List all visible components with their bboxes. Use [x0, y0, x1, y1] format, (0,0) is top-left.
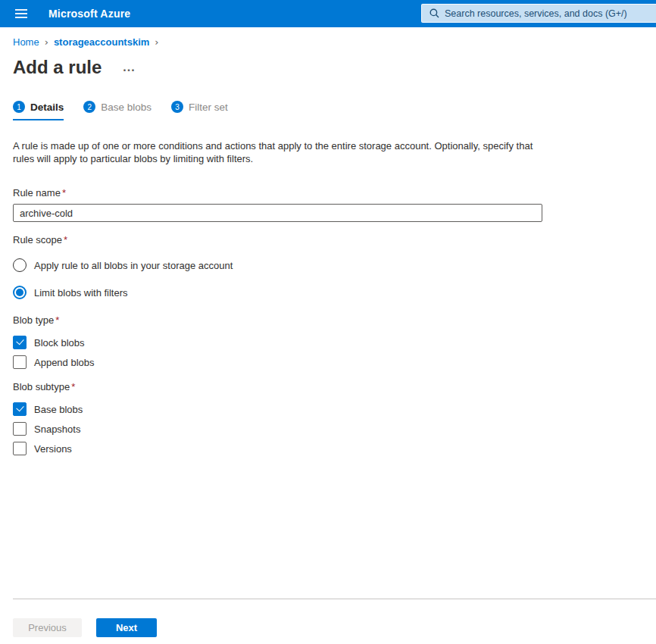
radio-apply-all-blobs[interactable]: Apply rule to all blobs in your storage … — [13, 258, 233, 273]
checkbox-base-blobs-label: Base blobs — [34, 404, 83, 415]
radio-apply-all-blobs-label: Apply rule to all blobs in your storage … — [34, 260, 233, 271]
breadcrumb: Home › storageaccountskim › — [0, 27, 656, 48]
checkbox-checked-icon — [13, 402, 27, 416]
required-asterisk: * — [71, 381, 75, 392]
radio-limit-blobs-filters[interactable]: Limit blobs with filters — [13, 285, 128, 300]
checkbox-unchecked-icon — [13, 355, 27, 369]
radio-limit-blobs-filters-label: Limit blobs with filters — [34, 287, 128, 299]
checkbox-block-blobs-label: Block blobs — [34, 337, 84, 349]
rule-name-label: Rule name* — [13, 187, 656, 199]
radio-unselected-icon — [13, 258, 27, 272]
breadcrumb-chevron-icon: › — [45, 36, 48, 48]
radio-selected-icon — [13, 286, 27, 299]
checkbox-append-blobs[interactable]: Append blobs — [13, 355, 95, 369]
footer-divider — [13, 599, 656, 599]
checkbox-snapshots-label: Snapshots — [34, 424, 80, 435]
tab-filter-set[interactable]: 3 Filter set — [171, 101, 228, 120]
step-1-badge: 1 — [13, 101, 25, 113]
search-icon — [430, 8, 439, 18]
checkbox-snapshots[interactable]: Snapshots — [13, 422, 80, 436]
blob-type-label-text: Blob type — [13, 314, 54, 326]
details-form: A rule is made up of one or more conditi… — [0, 139, 656, 455]
step-2-badge: 2 — [83, 101, 95, 113]
checkbox-append-blobs-label: Append blobs — [34, 357, 95, 368]
tab-details[interactable]: 1 Details — [13, 101, 64, 120]
blob-subtype-label: Blob subtype* — [13, 381, 656, 392]
rule-name-label-text: Rule name — [13, 187, 61, 199]
step-3-badge: 3 — [171, 101, 183, 113]
checkbox-versions[interactable]: Versions — [13, 442, 72, 455]
tab-filter-set-label: Filter set — [189, 102, 228, 113]
next-button[interactable]: Next — [96, 618, 157, 637]
hamburger-menu-icon[interactable] — [8, 0, 35, 27]
blob-subtype-label-text: Blob subtype — [13, 381, 70, 392]
global-search[interactable] — [421, 4, 656, 23]
checkbox-checked-icon — [13, 336, 27, 349]
required-asterisk: * — [55, 314, 59, 326]
breadcrumb-chevron-icon: › — [155, 36, 158, 48]
breadcrumb-home-link[interactable]: Home — [13, 36, 39, 48]
page-title: Add a rule — [13, 56, 102, 79]
blob-type-label: Blob type* — [13, 314, 656, 326]
tab-details-label: Details — [30, 102, 64, 113]
checkbox-block-blobs[interactable]: Block blobs — [13, 336, 84, 349]
required-asterisk: * — [62, 187, 66, 199]
checkbox-versions-label: Versions — [34, 443, 72, 455]
checkbox-base-blobs[interactable]: Base blobs — [13, 402, 83, 416]
rule-description-text: A rule is made up of one or more conditi… — [13, 139, 539, 165]
azure-brand-title[interactable]: Microsoft Azure — [48, 8, 130, 20]
checkbox-unchecked-icon — [13, 422, 27, 436]
checkbox-unchecked-icon — [13, 442, 27, 455]
top-bar: Microsoft Azure — [0, 0, 656, 27]
title-row: Add a rule ... — [0, 48, 656, 79]
rule-name-input[interactable] — [13, 204, 542, 222]
rule-scope-label: Rule scope* — [13, 234, 656, 245]
search-input[interactable] — [445, 8, 656, 19]
previous-button[interactable]: Previous — [13, 618, 82, 637]
tab-base-blobs[interactable]: 2 Base blobs — [83, 101, 152, 120]
wizard-tabs: 1 Details 2 Base blobs 3 Filter set — [0, 101, 656, 120]
breadcrumb-storage-account-link[interactable]: storageaccountskim — [54, 36, 149, 48]
more-options-icon[interactable]: ... — [123, 64, 135, 71]
tab-base-blobs-label: Base blobs — [101, 102, 152, 113]
footer-buttons: Previous Next — [13, 618, 157, 637]
rule-scope-label-text: Rule scope — [13, 234, 62, 245]
required-asterisk: * — [64, 234, 67, 245]
